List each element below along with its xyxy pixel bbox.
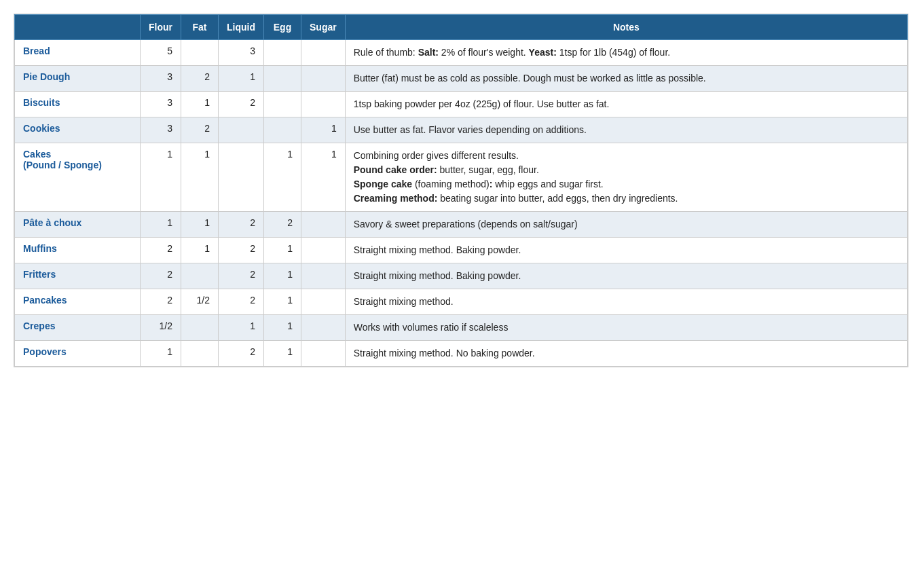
row-egg-fritters: 1: [264, 263, 301, 289]
row-name-fritters: Fritters: [15, 263, 141, 289]
row-egg-pate-a-choux: 2: [264, 212, 301, 238]
row-egg-cookies: [264, 117, 301, 143]
row-egg-biscuits: [264, 92, 301, 117]
row-egg-cakes: 1: [264, 143, 301, 212]
row-fat-pancakes: 1/2: [181, 289, 219, 315]
table-row: Cookies321Use butter as fat. Flavor vari…: [15, 117, 908, 143]
row-notes-pie-dough: Butter (fat) must be as cold as possible…: [345, 66, 907, 92]
row-fat-bread: [181, 40, 219, 66]
row-liquid-cakes: [219, 143, 264, 212]
row-liquid-pie-dough: 1: [219, 66, 264, 92]
row-notes-cookies: Use butter as fat. Flavor varies dependi…: [345, 117, 907, 143]
table-row: Pie Dough321Butter (fat) must be as cold…: [15, 66, 908, 92]
row-flour-popovers: 1: [141, 341, 181, 367]
table-row: Cakes(Pound / Sponge)1111Combining order…: [15, 143, 908, 212]
header-liquid: Liquid: [219, 15, 264, 40]
row-name-crepes: Crepes: [15, 315, 141, 341]
table-row: Biscuits3121tsp baking powder per 4oz (2…: [15, 92, 908, 117]
baking-ratios-table: Flour Fat Liquid Egg Sugar Notes Bread53…: [14, 14, 908, 367]
header-flour: Flour: [141, 15, 181, 40]
table-row: Crepes1/211Works with volumes ratio if s…: [15, 315, 908, 341]
row-egg-crepes: 1: [264, 315, 301, 341]
header-name: [15, 15, 141, 40]
row-flour-pancakes: 2: [141, 289, 181, 315]
header-sugar: Sugar: [301, 15, 346, 40]
row-sugar-cookies: 1: [301, 117, 346, 143]
table-row: Pâte à choux1122Savory & sweet preparati…: [15, 212, 908, 238]
row-sugar-popovers: [301, 341, 346, 367]
row-sugar-biscuits: [301, 92, 346, 117]
row-name-cookies: Cookies: [15, 117, 141, 143]
row-liquid-crepes: 1: [219, 315, 264, 341]
row-sugar-fritters: [301, 263, 346, 289]
row-fat-popovers: [181, 341, 219, 367]
row-name-cakes: Cakes(Pound / Sponge): [15, 143, 141, 212]
row-sugar-cakes: 1: [301, 143, 346, 212]
row-fat-pie-dough: 2: [181, 66, 219, 92]
row-fat-fritters: [181, 263, 219, 289]
row-name-pancakes: Pancakes: [15, 289, 141, 315]
row-name-pie-dough: Pie Dough: [15, 66, 141, 92]
row-fat-cookies: 2: [181, 117, 219, 143]
row-flour-pate-a-choux: 1: [141, 212, 181, 238]
row-name-bread: Bread: [15, 40, 141, 66]
row-liquid-fritters: 2: [219, 263, 264, 289]
row-notes-biscuits: 1tsp baking powder per 4oz (225g) of flo…: [345, 92, 907, 117]
row-notes-muffins: Straight mixing method. Baking powder.: [345, 238, 907, 263]
row-liquid-biscuits: 2: [219, 92, 264, 117]
row-egg-pancakes: 1: [264, 289, 301, 315]
row-flour-crepes: 1/2: [141, 315, 181, 341]
row-liquid-popovers: 2: [219, 341, 264, 367]
row-fat-cakes: 1: [181, 143, 219, 212]
row-liquid-cookies: [219, 117, 264, 143]
row-name-pate-a-choux: Pâte à choux: [15, 212, 141, 238]
header-fat: Fat: [181, 15, 219, 40]
table-row: Popovers121Straight mixing method. No ba…: [15, 341, 908, 367]
row-flour-muffins: 2: [141, 238, 181, 263]
table-row: Pancakes21/221Straight mixing method.: [15, 289, 908, 315]
row-liquid-bread: 3: [219, 40, 264, 66]
row-name-biscuits: Biscuits: [15, 92, 141, 117]
table-row: Fritters221Straight mixing method. Bakin…: [15, 263, 908, 289]
row-sugar-muffins: [301, 238, 346, 263]
row-sugar-pancakes: [301, 289, 346, 315]
row-flour-fritters: 2: [141, 263, 181, 289]
row-liquid-pate-a-choux: 2: [219, 212, 264, 238]
table-row: Bread53Rule of thumb: Salt: 2% of flour'…: [15, 40, 908, 66]
row-notes-bread: Rule of thumb: Salt: 2% of flour's weigh…: [345, 40, 907, 66]
row-notes-cakes: Combining order gives different results.…: [345, 143, 907, 212]
row-liquid-pancakes: 2: [219, 289, 264, 315]
row-sugar-bread: [301, 40, 346, 66]
row-notes-popovers: Straight mixing method. No baking powder…: [345, 341, 907, 367]
row-notes-pancakes: Straight mixing method.: [345, 289, 907, 315]
row-sugar-pie-dough: [301, 66, 346, 92]
row-fat-biscuits: 1: [181, 92, 219, 117]
row-flour-bread: 5: [141, 40, 181, 66]
header-egg: Egg: [264, 15, 301, 40]
row-flour-biscuits: 3: [141, 92, 181, 117]
row-fat-pate-a-choux: 1: [181, 212, 219, 238]
row-flour-pie-dough: 3: [141, 66, 181, 92]
row-liquid-muffins: 2: [219, 238, 264, 263]
row-fat-muffins: 1: [181, 238, 219, 263]
row-flour-cakes: 1: [141, 143, 181, 212]
row-sugar-crepes: [301, 315, 346, 341]
row-notes-pate-a-choux: Savory & sweet preparations (depends on …: [345, 212, 907, 238]
row-notes-crepes: Works with volumes ratio if scaleless: [345, 315, 907, 341]
row-fat-crepes: [181, 315, 219, 341]
row-flour-cookies: 3: [141, 117, 181, 143]
row-egg-popovers: 1: [264, 341, 301, 367]
header-notes: Notes: [345, 15, 907, 40]
row-notes-fritters: Straight mixing method. Baking powder.: [345, 263, 907, 289]
row-name-muffins: Muffins: [15, 238, 141, 263]
row-egg-muffins: 1: [264, 238, 301, 263]
row-sugar-pate-a-choux: [301, 212, 346, 238]
row-egg-bread: [264, 40, 301, 66]
row-name-popovers: Popovers: [15, 341, 141, 367]
table-header-row: Flour Fat Liquid Egg Sugar Notes: [15, 15, 908, 40]
table-row: Muffins2121Straight mixing method. Bakin…: [15, 238, 908, 263]
row-egg-pie-dough: [264, 66, 301, 92]
